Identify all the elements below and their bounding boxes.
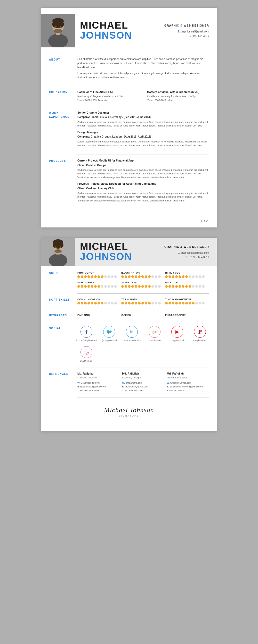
social-label-1: @GraphicsFuel: [101, 339, 117, 343]
name-block-2: MICHAEL JOHNSON: [75, 242, 164, 262]
soft-skills-label: SOFT SKILLS: [49, 297, 77, 304]
ref-t-0: T. +91 987 654 3210: [77, 389, 119, 393]
phone-label: T.: [186, 35, 188, 37]
skill-item-5: MS SUITE: [165, 281, 209, 288]
edu-school-0: Presidency College of Visual Arts, YS Ci…: [77, 94, 139, 98]
social-item-3: g+ GraphicsFuel: [146, 326, 164, 343]
soft-skill-item-2: TIME MANAGEMENT: [165, 297, 209, 304]
ref-role-0: Founder, Designer: [77, 376, 119, 379]
interests-content: PAINTINGGAMESPHOTOGRAPHY: [77, 313, 209, 317]
projects-section: PROJECTS Current Project: Mobile UI for …: [49, 158, 209, 205]
soft-skill-item-1: TEAM WORK: [121, 297, 165, 304]
phone-value: +91 987 654 3210: [188, 35, 209, 37]
interests-grid: PAINTINGGAMESPHOTOGRAPHY: [77, 313, 209, 317]
first-name: MICHAEL: [80, 20, 164, 30]
divider-references: [77, 397, 209, 397]
svg-point-8: [54, 29, 62, 33]
ref-grid: Md. Rafiullah Founder, Designer W. Graph…: [77, 371, 209, 393]
social-item-5: 𝐏 GraphicsFuel: [191, 326, 209, 343]
soft-skill-name-0: COMMUNICATION: [77, 297, 121, 301]
email-value: graphicsfuel@gmail.com: [181, 30, 209, 33]
divider-work: [77, 155, 209, 155]
about-p1: Sed pharetra erat vitae dui imperdiet qu…: [77, 57, 209, 70]
email-label: E.: [178, 30, 180, 33]
skill-item-1: ILLUSTRATOR: [121, 271, 165, 278]
work-company-1: Company: Creative Groups, London - (Aug …: [77, 135, 209, 139]
skill-name-3: WORDPRESS: [77, 281, 121, 284]
skill-name-0: PHOTOSHOP: [77, 271, 121, 275]
skill-item-0: PHOTOSHOP: [77, 271, 121, 278]
project-desc-1: Sed pharetra erat vitae dui imperdiet qu…: [77, 191, 209, 202]
about-content: Sed pharetra erat vitae dui imperdiet qu…: [77, 57, 209, 81]
divider-skills: [77, 293, 209, 294]
email-line: E. graphicsfuel@gmail.com: [164, 29, 209, 34]
social-item-1: 🐦 @GraphicsFuel: [100, 326, 118, 343]
ref-item-2: Md. Rafiullah Founder, Designer W. Graph…: [167, 371, 209, 393]
social-icon-ig[interactable]: ◎: [80, 346, 92, 358]
interests-section: INTERESTS PAINTINGGAMESPHOTOGRAPHY: [49, 313, 209, 317]
last-name-2: JOHNSON: [80, 251, 164, 262]
ref-name-0: Md. Rafiullah: [77, 371, 119, 376]
email-label-2: E.: [178, 251, 180, 254]
social-label-2: DreamViewStudios: [123, 339, 141, 343]
social-icon-tw[interactable]: 🐦: [103, 326, 115, 338]
phone-line: T. +91 987 654 3210: [164, 34, 209, 38]
svg-point-17: [54, 249, 62, 253]
signature-sub: SIGNATURE: [49, 414, 209, 417]
social-label-4: GraphicsFuel: [171, 339, 184, 343]
social-section: SOCIAL f fb.com/GraphicsFuel 🐦 @Graphics…: [49, 326, 209, 363]
header2: MICHAEL JOHNSON GRAPHIC & WEB DESIGNER E…: [41, 238, 217, 266]
svg-point-15: [55, 246, 57, 248]
edu-degree-0: Bachelor of Fine Arts (BFA): [77, 90, 139, 94]
ref-t-1: T. +91 987 654 3210: [122, 389, 164, 393]
skills-label: SKILS: [49, 271, 77, 289]
social-label: SOCIAL: [49, 326, 77, 363]
project-desc-0: Sed pharetra erat vitae dui imperdiet qu…: [77, 168, 209, 179]
work-section: WORK EXPERIENCE Senior Graphic Designer …: [49, 111, 209, 150]
svg-point-7: [60, 26, 61, 28]
soft-skill-item-0: COMMUNICATION: [77, 297, 121, 304]
interest-item-0: PAINTING: [77, 313, 121, 317]
references-label: REFRENCES: [49, 371, 77, 393]
social-label-6: GraphicsFuel: [80, 359, 93, 363]
resume-page-1: MICHAEL JOHNSON GRAPHIC & WEB DESIGNER E…: [41, 8, 217, 227]
header: MICHAEL JOHNSON GRAPHIC & WEB DESIGNER E…: [41, 8, 217, 53]
soft-skills-grid: COMMUNICATIONTEAM WORKTIME MANAGEMENT: [77, 297, 209, 304]
skills-section: SKILS PHOTOSHOPILLUSTRATORHTML / CSSWORD…: [49, 271, 209, 289]
social-label-5: GraphicsFuel: [194, 339, 207, 343]
resume-body-1: ABOUT Sed pharetra erat vitae dui imperd…: [41, 53, 217, 217]
signature-text: Michael Johnson: [49, 406, 209, 414]
about-p2: Lorem ipsum dolor sit amet, consectetur …: [77, 71, 209, 80]
soft-skills-content: COMMUNICATIONTEAM WORKTIME MANAGEMENT: [77, 297, 209, 304]
edu-school-1: Excellence University for Visual Arts, Y…: [147, 94, 209, 98]
ref-name-1: Md. Rafiullah: [122, 371, 164, 376]
social-icon-li[interactable]: in: [126, 326, 138, 338]
phone-label-2: T.: [186, 256, 188, 259]
interest-item-1: GAMES: [121, 313, 165, 317]
edu-item-0: Bachelor of Fine Arts (BFA) Presidency C…: [77, 90, 139, 102]
edu-degree-1: Masters of Visual Arts & Graphics (MVG): [147, 90, 209, 94]
work-title-0: Senior Graphic Designer: [77, 111, 209, 115]
ref-w-2: W. GraphicsCoffee.com: [167, 381, 209, 385]
profile-photo: [41, 14, 75, 47]
svg-point-5: [52, 20, 64, 28]
ref-role-2: Founder, Designer: [167, 376, 209, 379]
interests-label: INTERESTS: [49, 313, 77, 317]
social-icon-yt[interactable]: ▶: [171, 326, 183, 338]
social-icon-fb[interactable]: f: [80, 326, 92, 338]
skill-name-2: HTML / CSS: [165, 271, 209, 275]
ref-role-1: Founder, Designer: [122, 376, 164, 379]
references-section: REFRENCES Md. Rafiullah Founder, Designe…: [49, 371, 209, 393]
skill-item-3: WORDPRESS: [77, 281, 121, 288]
divider-interests: [77, 322, 209, 322]
social-item-6: ◎ GraphicsFuel: [77, 346, 95, 363]
svg-point-16: [60, 246, 61, 248]
social-icon-pi[interactable]: 𝐏: [194, 326, 206, 338]
social-icon-gp[interactable]: g+: [149, 326, 160, 338]
edu-years-0: Years: 2007-2009, Distinction: [77, 98, 139, 102]
soft-skill-name-2: TIME MANAGEMENT: [165, 297, 209, 301]
skill-name-1: ILLUSTRATOR: [121, 271, 165, 275]
education-content: Bachelor of Fine Arts (BFA) Presidency C…: [77, 90, 209, 102]
edu-grid: Bachelor of Fine Arts (BFA) Presidency C…: [77, 90, 209, 102]
about-section: ABOUT Sed pharetra erat vitae dui imperd…: [49, 57, 209, 81]
